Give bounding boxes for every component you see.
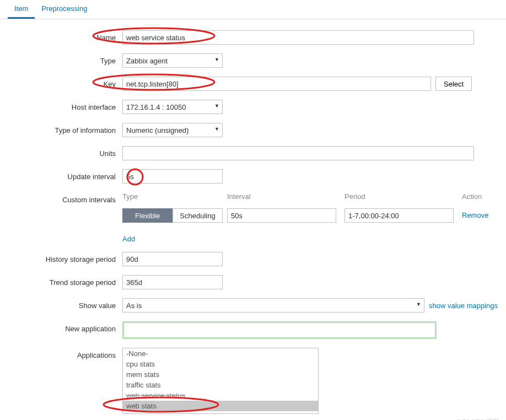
- row-applications: Applications -None-cpu statsmem statstra…: [8, 348, 498, 414]
- label-new-application: New application: [8, 321, 122, 333]
- new-application-wrap: [122, 321, 437, 339]
- show-value-select[interactable]: As is: [122, 298, 424, 313]
- row-name: Name: [8, 30, 498, 45]
- row-type: Type Zabbix agent: [8, 53, 498, 68]
- row-history-storage: History storage period: [8, 252, 498, 266]
- custom-header-type: Type: [122, 192, 223, 204]
- row-new-application: New application: [8, 321, 498, 339]
- custom-interval-input[interactable]: [227, 208, 336, 223]
- list-item[interactable]: web service status: [123, 390, 318, 401]
- label-type-of-information: Type of information: [8, 123, 122, 134]
- row-host-interface: Host interface 172.16.1.4 : 10050: [8, 100, 498, 114]
- applications-listbox[interactable]: -None-cpu statsmem statstraffic statsweb…: [122, 348, 319, 414]
- label-units: Units: [8, 146, 122, 158]
- label-name: Name: [8, 30, 122, 42]
- new-application-input[interactable]: [125, 324, 434, 336]
- row-update-interval: Update interval: [8, 169, 498, 184]
- show-value-mappings-link[interactable]: show value mappings: [429, 301, 498, 310]
- custom-header-interval: Interval: [227, 192, 340, 204]
- label-update-interval: Update interval: [8, 169, 122, 181]
- label-key: Key: [8, 77, 122, 88]
- remove-link[interactable]: Remove: [462, 208, 506, 223]
- tab-item[interactable]: Item: [8, 0, 35, 19]
- label-applications: Applications: [8, 348, 122, 359]
- row-units: Units: [8, 146, 498, 160]
- label-host-interface: Host interface: [8, 100, 122, 111]
- label-trend-storage: Trend storage period: [8, 275, 122, 287]
- label-history-storage: History storage period: [8, 252, 122, 263]
- list-item[interactable]: web stats: [123, 401, 318, 411]
- label-type: Type: [8, 53, 122, 65]
- type-select[interactable]: Zabbix agent: [122, 53, 223, 68]
- select-button[interactable]: Select: [435, 77, 472, 91]
- list-item[interactable]: cpu stats: [123, 359, 318, 369]
- custom-header-action: Action: [462, 192, 506, 204]
- label-show-value: Show value: [8, 298, 122, 310]
- row-trend-storage: Trend storage period: [8, 275, 498, 289]
- toggle-scheduling[interactable]: Scheduling: [173, 208, 223, 223]
- toggle-flexible[interactable]: Flexible: [122, 208, 173, 223]
- list-item[interactable]: -None-: [123, 348, 318, 359]
- list-item[interactable]: traffic stats: [123, 380, 318, 390]
- custom-type-toggle: Flexible Scheduling: [122, 208, 223, 223]
- custom-header-period: Period: [344, 192, 457, 204]
- name-input[interactable]: [122, 30, 474, 45]
- host-interface-select[interactable]: 172.16.1.4 : 10050: [122, 100, 223, 114]
- key-input[interactable]: [122, 77, 431, 91]
- custom-intervals-table: Type Interval Period Action Flexible Sch…: [122, 192, 497, 223]
- type-of-information-select[interactable]: Numeric (unsigned): [122, 123, 223, 137]
- history-storage-input[interactable]: [122, 252, 223, 266]
- tabs-bar: Item Preprocessing: [0, 0, 506, 19]
- row-type-of-information: Type of information Numeric (unsigned): [8, 123, 498, 137]
- tab-preprocessing[interactable]: Preprocessing: [35, 0, 94, 19]
- units-input[interactable]: [122, 146, 474, 160]
- list-item[interactable]: mem stats: [123, 369, 318, 380]
- trend-storage-input[interactable]: [122, 275, 223, 289]
- custom-period-input[interactable]: [344, 208, 454, 223]
- row-key: Key Select: [8, 77, 498, 91]
- item-form: Name Type Zabbix agent Key Select Host i…: [0, 30, 506, 420]
- add-link[interactable]: Add: [122, 235, 135, 243]
- update-interval-input[interactable]: [122, 169, 223, 184]
- row-show-value: Show value As is show value mappings: [8, 298, 498, 313]
- row-custom-intervals: Custom intervals Type Interval Period Ac…: [8, 192, 498, 243]
- label-custom-intervals: Custom intervals: [8, 192, 122, 204]
